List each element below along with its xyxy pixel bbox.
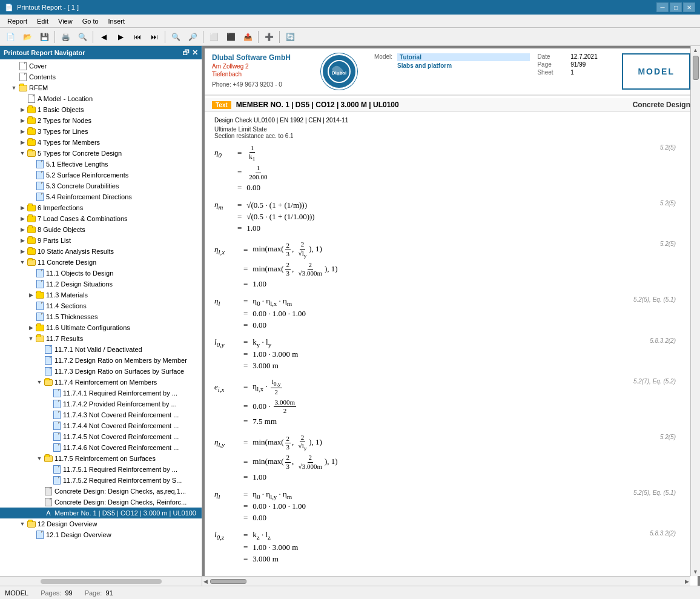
- minimize-button[interactable]: ─: [656, 2, 669, 12]
- save-button[interactable]: 💾: [36, 30, 52, 44]
- tree-item-10-static[interactable]: ▶ 10 Static Analysis Results: [0, 246, 202, 257]
- menu-goto[interactable]: Go to: [78, 16, 104, 26]
- forward-button[interactable]: ▶: [113, 30, 128, 44]
- tree-item-11-7-4-5[interactable]: 11.7.4.5 Not Covered Reinforcement ...: [0, 431, 202, 442]
- new-button[interactable]: 📄: [2, 30, 18, 44]
- tree-item-11-2[interactable]: 11.2 Design Situations: [0, 279, 202, 290]
- tree-item-5-2[interactable]: 5.2 Surface Reinforcements: [0, 170, 202, 180]
- tree-item-6-imp[interactable]: ▶ 6 Imperfections: [0, 202, 202, 213]
- menu-view[interactable]: View: [53, 16, 78, 26]
- tree-item-11-4[interactable]: 11.4 Sections: [0, 300, 202, 311]
- close-button[interactable]: ✕: [683, 2, 695, 12]
- tree-item-8-guide[interactable]: ▶ 8 Guide Objects: [0, 224, 202, 235]
- tree-item-11-7-5-2[interactable]: 11.7.5.2 Required Reinforcement by S...: [0, 475, 202, 486]
- tree-icon-11-7-1: [44, 345, 53, 354]
- horizontal-scrollbar[interactable]: ◀ ▶: [202, 576, 690, 586]
- tree-item-11-7-4-6[interactable]: 11.7.4.6 Not Covered Reinforcement ...: [0, 442, 202, 453]
- formula-etalx-lhs: ηl,x: [214, 245, 239, 256]
- tree-toggle-11-7-4: ▼: [35, 379, 44, 385]
- formula-etam-rhs: √(0.5 · (1 + (1/m))): [246, 200, 307, 210]
- tree-label-11-7-4-2: 11.7.4.2 Provided Reinforcement by ...: [63, 400, 177, 408]
- print-button[interactable]: 🖨️: [58, 30, 73, 44]
- open-button[interactable]: 📂: [19, 30, 35, 44]
- zoom-out-button[interactable]: 🔎: [185, 30, 200, 44]
- formula-etal2-row2: = 0.00 · 1.00 · 1.00: [214, 501, 688, 511]
- tree-item-11-7-4-4[interactable]: 11.7.4.4 Not Covered Reinforcement ...: [0, 420, 202, 431]
- tree-toggle-11-3: ▶: [27, 292, 35, 298]
- tree-label-member-no1: Member No. 1 | DS5 | CO12 | 3.000 m | UL…: [54, 509, 196, 517]
- tree-item-4-members[interactable]: ▶ 4 Types for Members: [0, 137, 202, 148]
- back-button[interactable]: ◀: [96, 30, 111, 44]
- toolbar-sep5: [258, 31, 259, 43]
- add-button[interactable]: ➕: [261, 30, 277, 44]
- date-value: 12.7.2021: [570, 53, 610, 60]
- tree-icon-5-4: [35, 193, 45, 201]
- tree-item-3-lines[interactable]: ▶ 3 Types for Lines: [0, 126, 202, 137]
- tree-label-11-7-5-1: 11.7.5.1 Required Reinforcement by ...: [63, 466, 177, 473]
- navigator-title: Printout Report Navigator: [4, 49, 85, 56]
- vertical-scrollbar[interactable]: ▲ ▼: [690, 46, 700, 576]
- tree-item-5-4[interactable]: 5.4 Reinforcement Directions: [0, 191, 202, 202]
- tree-item-5-concrete[interactable]: ▼ 5 Types for Concrete Design: [0, 148, 202, 159]
- refresh-button[interactable]: 🔄: [282, 30, 298, 44]
- tree-item-5-3[interactable]: 5.3 Concrete Durabilities: [0, 180, 202, 191]
- formula-eix-sub: 0.00 · 3.000m2: [253, 399, 297, 415]
- tree-item-11-7-1[interactable]: 11.7.1 Not Valid / Deactivated: [0, 344, 202, 355]
- first-button[interactable]: ⏮: [130, 30, 145, 44]
- tree-item-concrete-checks1[interactable]: Concrete Design: Design Checks, as,req,1…: [0, 486, 202, 497]
- page-title: MODEL: [638, 67, 675, 76]
- tree-item-concrete-checks2[interactable]: Concrete Design: Design Checks, Reinforc…: [0, 497, 202, 508]
- tree-item-rfem[interactable]: ▼ RFEM: [0, 82, 202, 93]
- tree-item-2-nodes[interactable]: ▶ 2 Types for Nodes: [0, 115, 202, 126]
- menu-report[interactable]: Report: [2, 16, 32, 26]
- tree-item-11-3[interactable]: ▶ 11.3 Materials: [0, 290, 202, 300]
- tree-item-cover[interactable]: Cover: [0, 61, 202, 71]
- tree-label-11-7-3: 11.7.3 Design Ratio on Surfaces by Surfa…: [54, 368, 184, 375]
- tree-item-9-parts[interactable]: ▶ 9 Parts List: [0, 235, 202, 246]
- preview-button[interactable]: 🔍: [74, 30, 90, 44]
- fit-page-button[interactable]: ⬜: [206, 30, 222, 44]
- tree-label-11-4: 11.4 Sections: [46, 302, 87, 309]
- tree-item-11-7-2[interactable]: 11.7.2 Design Ratio on Members by Member: [0, 355, 202, 366]
- tree-item-11-7-5-1[interactable]: 11.7.5.1 Required Reinforcement by ...: [0, 464, 202, 475]
- zoom-in-button[interactable]: 🔍: [168, 30, 183, 44]
- tree-item-11-concrete[interactable]: ▼ 11 Concrete Design: [0, 257, 202, 268]
- export-button[interactable]: 📤: [240, 30, 256, 44]
- tree-item-11-5[interactable]: 11.5 Thicknesses: [0, 311, 202, 322]
- menu-insert[interactable]: Insert: [104, 16, 130, 26]
- maximize-button[interactable]: □: [670, 2, 682, 12]
- tree-label-11-6: 11.6 Ultimate Configurations: [46, 324, 130, 331]
- tree-item-5-1[interactable]: 5.1 Effective Lengths: [0, 159, 202, 170]
- tree-toggle-10-static: ▶: [18, 248, 27, 254]
- tree-item-member-no1[interactable]: A Member No. 1 | DS5 | CO12 | 3.000 m | …: [0, 508, 202, 518]
- tree-label-rfem: RFEM: [29, 84, 48, 91]
- tree-item-11-7-4-3[interactable]: 11.7.4.3 Not Covered Reinforcement ...: [0, 409, 202, 420]
- tree-item-12-1[interactable]: 12.1 Design Overview: [0, 529, 202, 540]
- tree-item-a-model[interactable]: A Model - Location: [0, 93, 202, 104]
- tree-item-1-basic[interactable]: ▶ 1 Basic Objects: [0, 104, 202, 115]
- tree-item-11-7-4-1[interactable]: 11.7.4.1 Required Reinforcement by ...: [0, 388, 202, 399]
- tree-toggle-1-basic: ▶: [18, 107, 27, 113]
- tree-item-11-7-4[interactable]: ▼ 11.7.4 Reinforcement on Members: [0, 377, 202, 388]
- tree-item-12-design[interactable]: ▼ 12 Design Overview: [0, 518, 202, 529]
- formula-l0z-sub: 1.00 · 3.000 m: [253, 543, 298, 552]
- nav-restore-button[interactable]: 🗗: [182, 48, 190, 57]
- formula-eta0-row2: = 1200.00: [214, 164, 688, 180]
- menu-edit[interactable]: Edit: [32, 16, 53, 26]
- tree-icon-11-7-4-5: [52, 432, 62, 441]
- last-button[interactable]: ⏭: [147, 30, 162, 44]
- tree-item-contents[interactable]: Contents: [0, 71, 202, 82]
- tree-item-11-7-5[interactable]: ▼ 11.7.5 Reinforcement on Surfaces: [0, 453, 202, 464]
- tree-item-11-7[interactable]: ▼ 11.7 Results: [0, 333, 202, 344]
- tree-item-7-load[interactable]: ▶ 7 Load Cases & Combinations: [0, 213, 202, 224]
- sheet-label: Sheet: [537, 69, 566, 76]
- tree-item-11-1[interactable]: 11.1 Objects to Design: [0, 268, 202, 279]
- tree-item-11-7-3[interactable]: 11.7.3 Design Ratio on Surfaces by Surfa…: [0, 366, 202, 377]
- page-scroll[interactable]: Dlubal Software GmbH Am Zollweg 2 Tiefen…: [202, 46, 700, 586]
- tree-item-11-7-4-2[interactable]: 11.7.4.2 Provided Reinforcement by ...: [0, 399, 202, 409]
- tree-label-11-5: 11.5 Thicknesses: [46, 313, 97, 320]
- fit-width-button[interactable]: ⬛: [223, 30, 239, 44]
- sheet-value: 1: [570, 69, 610, 76]
- nav-close-button[interactable]: ✕: [192, 48, 198, 57]
- tree-item-11-6[interactable]: ▶ 11.6 Ultimate Configurations: [0, 322, 202, 333]
